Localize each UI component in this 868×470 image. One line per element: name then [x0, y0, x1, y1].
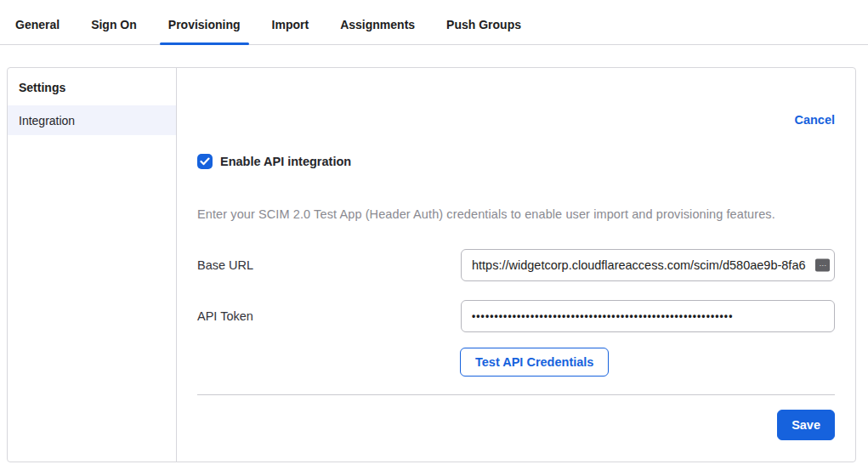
api-token-input[interactable]: ••••••••••••••••••••••••••••••••••••••••…: [461, 300, 835, 332]
tab-push-groups[interactable]: Push Groups: [446, 18, 521, 31]
credentials-description: Enter your SCIM 2.0 Test App (Header Aut…: [197, 207, 835, 221]
base-url-value: https://widgetcorp.cloudflareaccess.com/…: [472, 258, 824, 272]
tab-import[interactable]: Import: [272, 18, 309, 31]
enable-api-integration-label: Enable API integration: [220, 155, 351, 168]
cancel-link[interactable]: Cancel: [794, 113, 835, 127]
checkmark-icon: [200, 157, 210, 166]
tab-provisioning[interactable]: Provisioning: [168, 18, 241, 31]
api-token-row: API Token ••••••••••••••••••••••••••••••…: [197, 300, 835, 332]
settings-sidebar: Settings Integration: [8, 68, 177, 462]
base-url-row: Base URL https://widgetcorp.cloudflareac…: [197, 249, 835, 281]
provisioning-settings-page: General Sign On Provisioning Import Assi…: [0, 0, 868, 470]
test-api-credentials-button[interactable]: Test API Credentials: [460, 348, 609, 377]
tab-general[interactable]: General: [15, 18, 60, 31]
integration-settings-form: Cancel Enable API integration Enter your…: [177, 68, 855, 462]
enable-api-integration-checkbox[interactable]: [197, 154, 213, 169]
base-url-input[interactable]: https://widgetcorp.cloudflareaccess.com/…: [461, 249, 835, 281]
save-button[interactable]: Save: [777, 410, 835, 440]
tab-assignments[interactable]: Assignments: [340, 18, 415, 31]
save-row: Save: [197, 410, 835, 440]
base-url-label: Base URL: [197, 258, 461, 272]
test-credentials-row: Test API Credentials: [197, 348, 835, 377]
form-divider: [197, 394, 835, 395]
text-truncation-icon: ⋯: [815, 259, 830, 272]
enable-api-integration-row: Enable API integration: [197, 154, 835, 169]
api-token-masked-value: ••••••••••••••••••••••••••••••••••••••••…: [472, 310, 824, 322]
cancel-row: Cancel: [197, 112, 835, 127]
sidebar-item-label: Integration: [19, 114, 75, 127]
api-token-label: API Token: [197, 309, 461, 323]
tab-sign-on[interactable]: Sign On: [91, 18, 137, 31]
sidebar-item-integration[interactable]: Integration: [8, 105, 176, 135]
provisioning-panel: Settings Integration Cancel Enable API i…: [7, 67, 856, 462]
app-tab-bar: General Sign On Provisioning Import Assi…: [0, 0, 868, 45]
sidebar-header: Settings: [8, 68, 176, 105]
